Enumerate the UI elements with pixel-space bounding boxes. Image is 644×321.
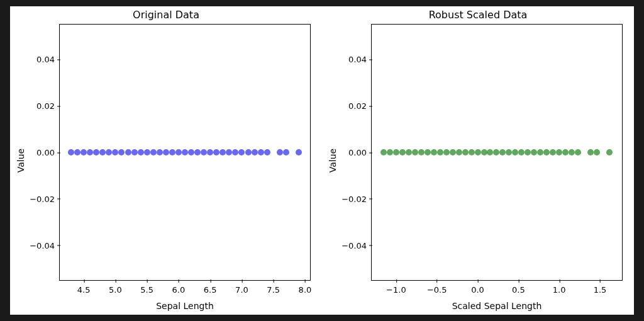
plot-area-scaled: −0.04−0.020.000.020.04−1.0−0.50.00.51.01… xyxy=(371,24,623,281)
data-point xyxy=(150,149,157,155)
y-tick-label: −0.02 xyxy=(341,194,372,203)
data-point xyxy=(425,149,431,155)
x-tick-label: 0.0 xyxy=(471,280,484,295)
data-point xyxy=(219,149,226,155)
chart-title: Original Data xyxy=(10,9,322,21)
data-point xyxy=(201,149,207,155)
data-point xyxy=(456,149,462,155)
data-point xyxy=(450,149,456,155)
data-point xyxy=(481,149,487,155)
data-point xyxy=(537,149,543,155)
data-point xyxy=(575,149,581,155)
data-point xyxy=(412,149,418,155)
data-point xyxy=(296,149,302,155)
data-point xyxy=(68,149,74,155)
data-point xyxy=(283,149,289,155)
x-tick-label: 6.5 xyxy=(204,280,217,295)
y-tick-label: −0.04 xyxy=(341,240,372,250)
data-point xyxy=(499,149,506,155)
x-axis-label: Scaled Sepal Length xyxy=(371,301,623,311)
data-point xyxy=(207,149,213,155)
data-point xyxy=(387,149,393,155)
subplot-scaled: Robust Scaled Data Value −0.04−0.020.000… xyxy=(322,6,634,315)
data-point xyxy=(393,149,399,155)
figure-panel: Original Data Value −0.04−0.020.000.020.… xyxy=(10,6,634,315)
data-point xyxy=(232,149,238,155)
data-point xyxy=(431,149,437,155)
x-tick-label: 7.5 xyxy=(267,280,280,295)
y-tick-label: 0.00 xyxy=(36,148,60,157)
data-point xyxy=(157,149,163,155)
data-point xyxy=(80,149,87,155)
data-point xyxy=(462,149,469,155)
data-point xyxy=(238,149,245,155)
data-point xyxy=(594,149,600,155)
data-point xyxy=(525,149,531,155)
data-point xyxy=(475,149,481,155)
data-point xyxy=(443,149,450,155)
x-tick-label: 5.5 xyxy=(140,280,153,295)
data-point xyxy=(562,149,569,155)
data-point xyxy=(506,149,512,155)
data-point xyxy=(406,149,412,155)
data-point xyxy=(188,149,194,155)
data-point xyxy=(543,149,550,155)
y-tick-label: 0.02 xyxy=(36,101,60,111)
data-point xyxy=(112,149,118,155)
y-axis-label: Value xyxy=(328,149,338,172)
data-point xyxy=(258,149,264,155)
data-point xyxy=(518,149,525,155)
data-point xyxy=(569,149,575,155)
data-point xyxy=(106,149,112,155)
data-point xyxy=(245,149,252,155)
data-point xyxy=(437,149,443,155)
x-tick-label: 4.5 xyxy=(77,280,91,295)
data-point xyxy=(487,149,493,155)
data-point xyxy=(226,149,232,155)
x-axis-label: Sepal Length xyxy=(59,301,311,311)
x-tick-label: 8.0 xyxy=(299,280,312,295)
subplot-original: Original Data Value −0.04−0.020.000.020.… xyxy=(10,6,322,315)
data-point xyxy=(606,149,613,155)
data-point xyxy=(138,149,144,155)
x-tick-label: 0.5 xyxy=(512,280,525,295)
x-tick-label: 7.0 xyxy=(235,280,248,295)
x-tick-label: −1.0 xyxy=(386,280,406,295)
y-tick-label: −0.04 xyxy=(30,240,60,250)
data-point xyxy=(118,149,125,155)
x-tick-label: −0.5 xyxy=(427,280,447,295)
data-point xyxy=(163,149,169,155)
x-tick-label: 1.0 xyxy=(553,280,566,295)
data-point xyxy=(175,149,182,155)
data-point xyxy=(587,149,594,155)
data-point xyxy=(144,149,150,155)
y-tick-label: 0.00 xyxy=(348,148,372,157)
data-point xyxy=(469,149,475,155)
y-tick-label: 0.04 xyxy=(348,55,372,64)
x-tick-label: 6.0 xyxy=(172,280,186,295)
data-point xyxy=(169,149,175,155)
data-point xyxy=(399,149,406,155)
data-point xyxy=(213,149,219,155)
data-point xyxy=(556,149,562,155)
data-point xyxy=(182,149,188,155)
data-point xyxy=(512,149,518,155)
data-point xyxy=(531,149,537,155)
data-point xyxy=(277,149,283,155)
data-point xyxy=(194,149,201,155)
data-point xyxy=(418,149,425,155)
y-tick-label: 0.02 xyxy=(348,101,372,111)
data-point xyxy=(87,149,93,155)
data-point xyxy=(93,149,99,155)
y-axis-label: Value xyxy=(16,149,26,172)
x-tick-label: 1.5 xyxy=(594,280,607,295)
data-point xyxy=(252,149,258,155)
data-point xyxy=(493,149,499,155)
data-point xyxy=(74,149,80,155)
data-point xyxy=(125,149,131,155)
chart-title: Robust Scaled Data xyxy=(322,9,634,21)
data-point xyxy=(99,149,106,155)
data-point xyxy=(264,149,270,155)
data-point xyxy=(550,149,556,155)
data-point xyxy=(380,149,387,155)
